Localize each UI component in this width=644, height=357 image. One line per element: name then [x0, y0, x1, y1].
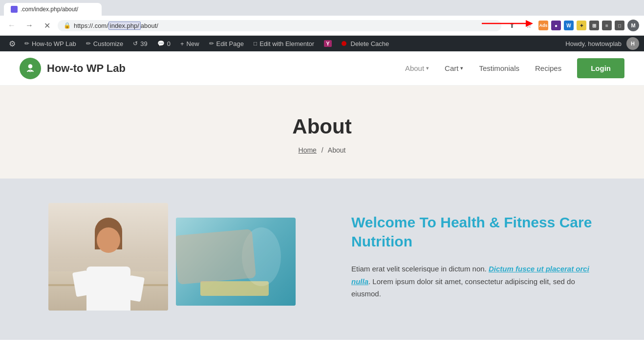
share-button[interactable]: ⬆ — [505, 19, 519, 32]
wp-new[interactable]: + New — [175, 36, 204, 51]
wp-updates[interactable]: ↺ 39 — [128, 36, 152, 51]
cart-chevron-icon: ▾ — [460, 65, 463, 71]
lock-icon: 🔒 — [64, 22, 71, 29]
breadcrumb: Home / About — [10, 146, 634, 154]
about-chevron-icon: ▾ — [426, 65, 429, 71]
back-button[interactable]: ← — [5, 19, 19, 32]
nav-testimonials[interactable]: Testimonials — [479, 64, 519, 72]
address-bar[interactable]: 🔒 https://.com/index.php/about/ — [58, 20, 501, 31]
wp-site-name[interactable]: ✏ How-to WP Lab — [20, 36, 81, 51]
ext-purple[interactable]: ● — [551, 21, 561, 30]
wp-elementor[interactable]: □ Edit with Elementor — [249, 36, 319, 51]
photo-2 — [176, 218, 296, 306]
wp-logo-icon: ⚙ — [9, 39, 16, 48]
forward-button[interactable]: → — [22, 19, 36, 32]
address-text: https://.com/index.php/about/ — [74, 22, 495, 29]
site-logo: How-to WP Lab — [20, 58, 126, 79]
ads-extension[interactable]: Ads — [538, 21, 548, 30]
content-section: Welcome To Health & Fitness Care Nutriti… — [29, 178, 615, 340]
updates-icon: ↺ — [133, 40, 138, 47]
edit-page-pencil-icon: ✏ — [209, 40, 214, 47]
browser-chrome: .com/index.php/about/ ← → ✕ 🔒 https://.c… — [0, 0, 644, 340]
reload-button[interactable]: ✕ — [40, 19, 54, 32]
tab-title: .com/index.php/about/ — [21, 6, 78, 13]
site-nav: About ▾ Cart ▾ Testimonials Recipes Logi… — [405, 58, 624, 78]
photo-1 — [48, 203, 168, 311]
address-bar-row: ← → ✕ 🔒 https://.com/index.php/about/ ⬆ … — [0, 16, 644, 36]
page-banner: About Home / About — [0, 86, 644, 178]
tab-bar: .com/index.php/about/ — [0, 0, 644, 16]
breadcrumb-separator: / — [322, 146, 323, 154]
images-column — [48, 203, 332, 311]
pencil-icon: ✏ — [24, 40, 29, 47]
tab-favicon — [11, 6, 18, 13]
page-title: About — [10, 115, 634, 138]
wp-yoast[interactable]: Y — [319, 36, 336, 51]
ext-blue[interactable]: W — [564, 21, 574, 30]
wp-bar-right: Howdy, howtowplab H — [560, 36, 639, 51]
new-plus-icon: + — [180, 40, 184, 47]
nav-recipes[interactable]: Recipes — [535, 64, 561, 72]
nav-cart[interactable]: Cart ▾ — [445, 64, 463, 72]
wp-avatar[interactable]: H — [626, 37, 639, 50]
wp-admin-bar: ⚙ ✏ How-to WP Lab ✏ Customize ↺ 39 💬 0 +… — [0, 36, 644, 51]
ext-square[interactable]: □ — [615, 21, 624, 30]
wp-logo-item[interactable]: ⚙ — [5, 36, 20, 51]
site-header: How-to WP Lab About ▾ Cart ▾ Testimonial… — [0, 51, 644, 86]
site-title: How-to WP Lab — [47, 62, 126, 75]
howdy-text[interactable]: Howdy, howtowplab — [560, 36, 626, 51]
wp-delete-cache[interactable]: Delete Cache — [337, 36, 394, 51]
ext-list[interactable]: ≡ — [602, 21, 612, 30]
wp-customize[interactable]: ✏ Customize — [81, 36, 128, 51]
body-text-after-link: . Lorem ipsum dolor sit amet, consectetu… — [351, 277, 575, 298]
section-body: Etiam erat velit scelerisque in dictum n… — [351, 263, 596, 300]
section-heading: Welcome To Health & Fitness Care Nutriti… — [351, 213, 596, 251]
red-dot-icon — [342, 41, 346, 46]
wp-edit-page[interactable]: ✏ Edit Page — [204, 36, 249, 51]
svg-point-2 — [28, 64, 33, 68]
ext-yellow[interactable]: ✦ — [577, 21, 586, 30]
toolbar-icons: ⬆ ☆ Ads ● W ✦ ⊞ ≡ □ M — [505, 19, 639, 32]
bookmark-button[interactable]: ☆ — [522, 19, 536, 32]
logo-svg — [24, 62, 37, 75]
active-tab[interactable]: .com/index.php/about/ — [4, 3, 102, 16]
breadcrumb-current: About — [328, 146, 346, 154]
logo-icon — [20, 58, 41, 79]
nav-about[interactable]: About ▾ — [405, 64, 429, 72]
customize-pencil-icon: ✏ — [86, 40, 91, 47]
ext-grid[interactable]: ⊞ — [589, 21, 599, 30]
elementor-icon: □ — [254, 40, 257, 47]
comments-icon: 💬 — [157, 40, 165, 47]
text-column: Welcome To Health & Fitness Care Nutriti… — [351, 203, 596, 300]
body-text-before-link: Etiam erat velit scelerisque in dictum n… — [351, 265, 489, 273]
wp-comments[interactable]: 💬 0 — [152, 36, 175, 51]
login-button[interactable]: Login — [577, 58, 624, 78]
url-highlight: index.php/ — [108, 22, 141, 30]
profile-avatar[interactable]: M — [627, 20, 639, 31]
breadcrumb-home[interactable]: Home — [299, 146, 317, 154]
yoast-icon: Y — [324, 40, 331, 47]
